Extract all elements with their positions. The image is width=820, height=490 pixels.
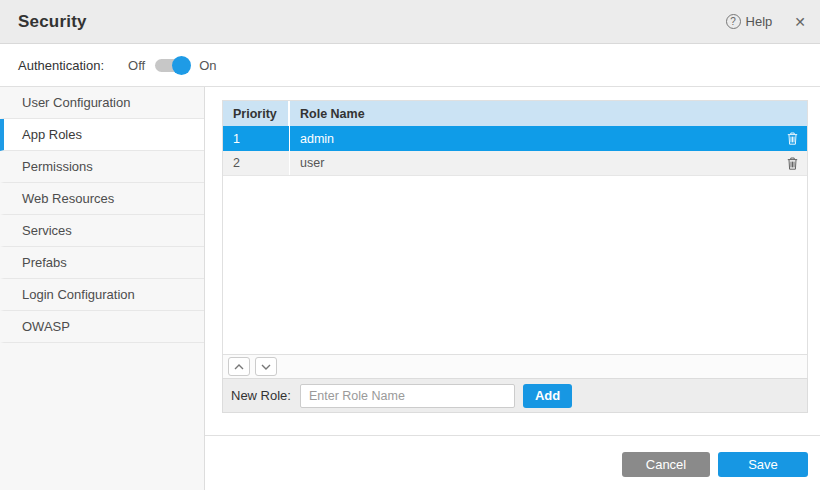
new-role-input[interactable] [300, 384, 515, 408]
trash-icon [787, 132, 798, 145]
row-priority: 2 [223, 151, 290, 175]
column-header-role-name: Role Name [290, 101, 807, 126]
sidebar-item-prefabs[interactable]: Prefabs [0, 247, 204, 279]
sidebar-item-app-roles[interactable]: App Roles [0, 119, 204, 151]
table-empty-area [223, 176, 807, 354]
sidebar-item-services[interactable]: Services [0, 215, 204, 247]
help-icon: ? [726, 14, 741, 29]
authentication-toggle[interactable] [155, 59, 189, 72]
dialog-header: Security ? Help ✕ [0, 0, 820, 44]
reorder-toolbar [222, 354, 808, 378]
table-header: Priority Role Name [223, 101, 807, 126]
toggle-knob [172, 56, 191, 75]
close-icon[interactable]: ✕ [794, 14, 806, 30]
table-row[interactable]: 2user [223, 151, 807, 176]
footer-actions: Cancel Save [205, 436, 820, 477]
sidebar-item-label: Permissions [22, 159, 93, 174]
move-up-button[interactable] [228, 357, 250, 376]
sidebar-item-label: App Roles [22, 127, 82, 142]
column-header-priority: Priority [223, 101, 290, 126]
delete-role-button[interactable] [777, 151, 807, 175]
chevron-down-icon [261, 364, 271, 370]
security-dialog: Security ? Help ✕ Authentication: Off On… [0, 0, 820, 490]
sidebar-item-login-configuration[interactable]: Login Configuration [0, 279, 204, 311]
row-priority: 1 [223, 126, 290, 151]
trash-icon [787, 157, 798, 170]
sidebar-item-label: Web Resources [22, 191, 114, 206]
delete-role-button[interactable] [777, 126, 807, 151]
table-row[interactable]: 1admin [223, 126, 807, 151]
save-button[interactable]: Save [718, 452, 808, 477]
authentication-label: Authentication: [18, 58, 104, 73]
settings-sidebar: User ConfigurationApp RolesPermissionsWe… [0, 87, 205, 490]
help-button[interactable]: ? Help [726, 14, 773, 29]
sidebar-item-label: Services [22, 223, 72, 238]
sidebar-item-label: User Configuration [22, 95, 130, 110]
sidebar-item-user-configuration[interactable]: User Configuration [0, 87, 204, 119]
row-role-name: admin [290, 126, 777, 151]
authentication-row: Authentication: Off On [0, 44, 820, 87]
row-role-name: user [290, 151, 777, 175]
cancel-button[interactable]: Cancel [622, 452, 710, 477]
sidebar-item-web-resources[interactable]: Web Resources [0, 183, 204, 215]
new-role-label: New Role: [231, 388, 291, 403]
page-title: Security [18, 12, 87, 32]
sidebar-item-label: OWASP [22, 319, 70, 334]
move-down-button[interactable] [255, 357, 277, 376]
roles-table: Priority Role Name 1admin2user [222, 100, 808, 354]
app-roles-panel: Priority Role Name 1admin2user [205, 87, 820, 490]
toggle-off-label: Off [128, 58, 145, 73]
sidebar-item-permissions[interactable]: Permissions [0, 151, 204, 183]
sidebar-item-label: Login Configuration [22, 287, 135, 302]
help-label: Help [746, 14, 773, 29]
toggle-on-label: On [199, 58, 216, 73]
sidebar-item-label: Prefabs [22, 255, 67, 270]
new-role-bar: New Role: Add [222, 378, 808, 413]
sidebar-item-owasp[interactable]: OWASP [0, 311, 204, 343]
add-role-button[interactable]: Add [523, 384, 572, 408]
chevron-up-icon [234, 364, 244, 370]
